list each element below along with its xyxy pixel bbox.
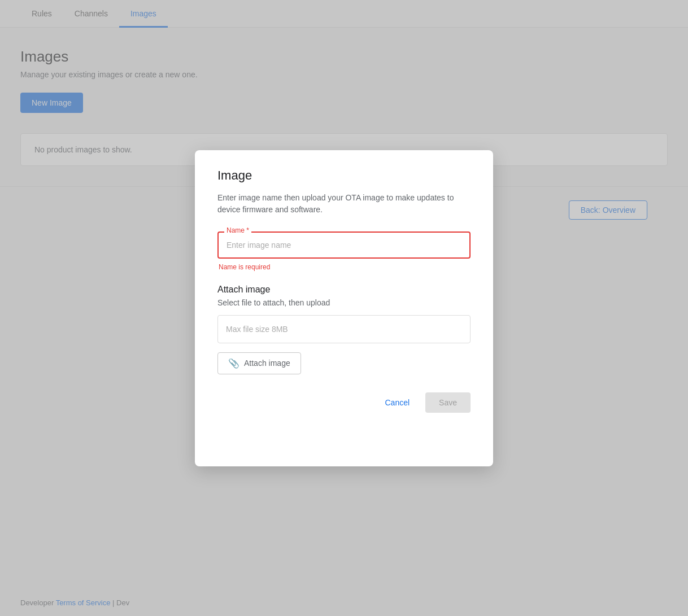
attach-title: Attach image xyxy=(217,285,471,295)
dialog-title: Image xyxy=(217,168,471,183)
attach-description: Select file to attach, then upload xyxy=(217,298,471,307)
image-dialog: Image Enter image name then upload your … xyxy=(195,150,493,466)
paperclip-icon: 📎 xyxy=(228,358,240,369)
name-error-message: Name is required xyxy=(219,263,471,271)
dialog-footer: Cancel Save xyxy=(217,392,471,413)
name-field-group: Name * xyxy=(217,231,471,259)
attach-image-button[interactable]: 📎 Attach image xyxy=(217,352,301,374)
dialog-description: Enter image name then upload your OTA im… xyxy=(217,192,471,216)
name-field-label: Name * xyxy=(224,226,251,234)
file-input-box: Max file size 8MB xyxy=(217,315,471,343)
modal-overlay: Image Enter image name then upload your … xyxy=(0,0,688,616)
cancel-button[interactable]: Cancel xyxy=(378,394,416,412)
page-wrapper: Rules Channels Images Images Manage your… xyxy=(0,0,688,616)
file-placeholder-text: Max file size 8MB xyxy=(226,325,288,334)
name-input[interactable] xyxy=(217,231,471,259)
save-button[interactable]: Save xyxy=(425,392,471,413)
attach-button-label: Attach image xyxy=(244,359,290,368)
